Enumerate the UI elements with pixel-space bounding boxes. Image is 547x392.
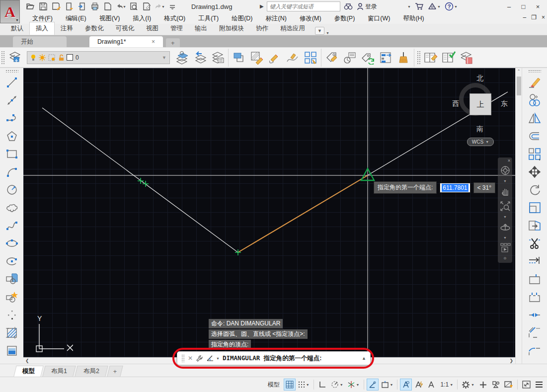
scroll-left-icon[interactable]: ❮ bbox=[25, 358, 29, 363]
application-menu-button[interactable]: A ▼ bbox=[0, 0, 20, 23]
ribbon-tab-manage[interactable]: 管理 bbox=[164, 22, 189, 35]
gradient-button[interactable] bbox=[3, 342, 20, 360]
plot-button[interactable] bbox=[89, 1, 100, 12]
toolbar-grip[interactable] bbox=[417, 51, 421, 65]
ellipse-button[interactable] bbox=[3, 235, 20, 252]
match-layer-button[interactable] bbox=[191, 48, 209, 67]
snap-button[interactable]: ▼ bbox=[297, 379, 311, 391]
navbar-dropdown[interactable]: ▼ bbox=[498, 178, 512, 184]
redo-button[interactable]: ▼ bbox=[154, 1, 165, 12]
save-button[interactable] bbox=[38, 1, 49, 12]
annotation-scale-flyout-button[interactable] bbox=[426, 379, 438, 391]
chevron-down-icon[interactable]: ▼ bbox=[216, 357, 220, 360]
stretch-button[interactable] bbox=[526, 217, 543, 235]
break-at-point-button[interactable] bbox=[526, 270, 543, 288]
new-drawing-button[interactable] bbox=[102, 1, 113, 12]
new-tab-button[interactable]: + bbox=[166, 38, 180, 47]
spline-button[interactable] bbox=[3, 217, 20, 235]
grid-button[interactable] bbox=[284, 379, 296, 391]
ribbon-tab-featured-apps[interactable]: 精选应用 bbox=[274, 22, 311, 35]
toolbar-grip[interactable] bbox=[5, 70, 18, 73]
mdi-minimize-button[interactable]: – bbox=[523, 14, 527, 21]
annotation-scale-button[interactable]: 1:1▼ bbox=[439, 379, 455, 391]
rotate-button[interactable] bbox=[526, 181, 543, 199]
construction-line-button[interactable] bbox=[3, 91, 20, 109]
polygon-button[interactable] bbox=[3, 127, 20, 145]
graphics-performance-button[interactable] bbox=[503, 379, 515, 391]
menu-parametric[interactable]: 参数(P) bbox=[328, 13, 362, 24]
mirror-button[interactable] bbox=[526, 109, 543, 127]
close-button[interactable]: × bbox=[531, 0, 545, 13]
edit-array-button[interactable] bbox=[302, 48, 319, 67]
minimize-button[interactable]: – bbox=[502, 0, 516, 13]
a360-button[interactable]: ▼ bbox=[428, 2, 441, 10]
viewcube-top-face[interactable]: 上 bbox=[469, 93, 491, 115]
ellipse-arc-button[interactable] bbox=[3, 252, 20, 270]
edit-polyline-button[interactable] bbox=[266, 48, 284, 67]
edit-reference-button[interactable] bbox=[422, 48, 440, 67]
menu-window[interactable]: 窗口(W) bbox=[361, 13, 396, 24]
tab-model[interactable]: 模型 bbox=[13, 366, 43, 377]
ucs-icon[interactable]: Y bbox=[27, 314, 73, 357]
chamfer-button[interactable] bbox=[526, 324, 543, 342]
layer-states-button[interactable] bbox=[458, 48, 475, 67]
edit-hatch-button[interactable] bbox=[248, 48, 266, 67]
ribbon-tab-view[interactable]: 视图 bbox=[140, 22, 164, 35]
erase-button[interactable] bbox=[526, 74, 543, 91]
break-button[interactable] bbox=[526, 288, 543, 306]
drawing-canvas[interactable]: 北 南 西 东 上 WCS▼ ✕ ▼ ▼ ▼ bbox=[23, 68, 515, 357]
ribbon-tab-visualize[interactable]: 可视化 bbox=[110, 22, 141, 35]
ribbon-tab-parametric[interactable]: 参数化 bbox=[79, 22, 110, 35]
edit-attribute-button[interactable] bbox=[323, 48, 341, 67]
open-from-mobile-button[interactable] bbox=[77, 1, 87, 12]
synchronize-attributes-button[interactable] bbox=[359, 48, 377, 67]
make-block-button[interactable] bbox=[3, 270, 20, 288]
viewcube-north[interactable]: 北 bbox=[476, 74, 483, 83]
navbar-close-icon[interactable]: ✕ bbox=[507, 158, 511, 163]
orbit-button[interactable] bbox=[498, 220, 512, 235]
menu-help[interactable]: 帮助(H) bbox=[396, 13, 430, 24]
layer-previous-button[interactable] bbox=[209, 48, 227, 67]
layer-dropdown[interactable]: 0 ▼ bbox=[27, 51, 170, 64]
scrollbar-thumb[interactable] bbox=[517, 77, 521, 95]
dynamic-input-field[interactable]: 611.7801 bbox=[440, 183, 470, 193]
annotation-monitor-button[interactable] bbox=[477, 379, 489, 391]
sign-in-button[interactable]: 登录▼ bbox=[357, 2, 411, 11]
close-icon[interactable]: ✕ bbox=[188, 355, 193, 362]
rectangle-button[interactable] bbox=[3, 145, 20, 163]
array-button[interactable] bbox=[526, 145, 543, 163]
annotation-autoscale-button[interactable] bbox=[413, 379, 425, 391]
revision-cloud-button[interactable] bbox=[3, 199, 20, 217]
ribbon-tab-addins[interactable]: 附加模块 bbox=[213, 22, 250, 35]
pan-button[interactable] bbox=[498, 184, 512, 199]
command-line-grip[interactable] bbox=[181, 354, 185, 362]
polyline-button[interactable] bbox=[3, 109, 20, 127]
layer-properties-button[interactable] bbox=[6, 48, 24, 67]
customize-qat-button[interactable] bbox=[167, 1, 178, 12]
move-button[interactable] bbox=[526, 163, 543, 181]
line-button[interactable] bbox=[3, 74, 20, 91]
steering-wheel-button[interactable] bbox=[498, 163, 512, 178]
showmotion-button[interactable] bbox=[498, 240, 512, 255]
attribute-display-button[interactable] bbox=[377, 48, 394, 67]
polar-tracking-button[interactable]: ▼ bbox=[329, 379, 345, 391]
ribbon-tab-insert[interactable]: 插入 bbox=[29, 22, 55, 35]
navbar-collapse[interactable]: ⊖ bbox=[498, 255, 512, 261]
insert-block-button[interactable] bbox=[3, 288, 20, 306]
isolate-objects-button[interactable] bbox=[490, 379, 502, 391]
trim-button[interactable] bbox=[526, 235, 543, 252]
close-tab-icon[interactable]: × bbox=[152, 38, 155, 45]
isodraft-button[interactable]: ▼ bbox=[346, 379, 361, 391]
ribbon-tab-output[interactable]: 输出 bbox=[189, 22, 213, 35]
make-current-button[interactable] bbox=[173, 48, 191, 67]
mdi-close-button[interactable]: × bbox=[542, 14, 545, 21]
drawing-compare-button[interactable] bbox=[440, 48, 458, 67]
wcs-menu[interactable]: WCS▼ bbox=[467, 138, 494, 146]
viewcube-south[interactable]: 南 bbox=[476, 125, 483, 134]
command-line[interactable]: ✕ ▼ DIMANGULAR 指定角的第一个端点: ▲ bbox=[177, 351, 371, 365]
sheet-set-button[interactable] bbox=[141, 1, 152, 12]
customize-wrench-icon[interactable] bbox=[196, 355, 203, 362]
undo-button[interactable]: ▼ bbox=[115, 1, 126, 12]
new-layout-button[interactable]: + bbox=[107, 366, 123, 377]
navbar-dropdown[interactable]: ▼ bbox=[498, 235, 512, 240]
